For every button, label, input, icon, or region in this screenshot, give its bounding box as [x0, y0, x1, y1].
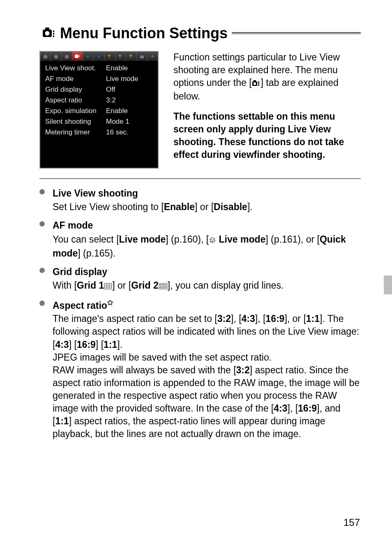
svg-rect-23 [129, 55, 132, 56]
menu-row-value: 16 sec. [106, 128, 153, 137]
menu-row: Expo. simulation Enable [40, 106, 158, 116]
menu-row-label: Expo. simulation [45, 107, 106, 115]
body-text: ]. [320, 313, 327, 324]
svg-rect-10 [65, 56, 69, 58]
body-bold: Disable [214, 201, 247, 212]
menu-row: AF mode Live mode [40, 74, 158, 84]
body-bold: 1:1 [55, 416, 69, 426]
svg-rect-8 [54, 56, 58, 58]
svg-rect-14 [79, 55, 80, 56]
bullet-af-mode: AF mode You can select [Live mode] (p.16… [39, 219, 361, 259]
menu-row-value: 3:2 [106, 96, 153, 104]
svg-rect-4 [53, 33, 54, 35]
bullet-marker-icon [39, 221, 45, 227]
body-bold: 3:2 [217, 313, 231, 324]
bullet-title: AF mode [53, 219, 361, 232]
page-title: Menu Function Settings [60, 25, 228, 42]
page-section-marker [384, 275, 392, 294]
menu-tab [115, 52, 126, 61]
menu-rows: Live View shoot. Enable AF mode Live mod… [40, 61, 158, 140]
bullet-grid-display: Grid display With [Grid 1] or [Grid 2], … [39, 266, 361, 293]
body-text: ] aspect ratios, the aspect-ratio lines … [53, 416, 325, 439]
body-text: ] (p.165). [78, 248, 115, 259]
svg-rect-21 [119, 55, 121, 56]
page-title-row: Menu Function Settings [39, 25, 361, 42]
svg-rect-29 [258, 81, 259, 83]
intro-paragraph-2: The functions settable on this menu scre… [173, 110, 361, 161]
star-icon: ✩ [107, 299, 113, 307]
bullet-title: Live View shooting [53, 187, 361, 200]
body-bold: 4:3 [242, 313, 255, 324]
menu-tab [105, 52, 115, 61]
menu-row-value: Live mode [106, 75, 153, 83]
bullet-live-view-shooting: Live View shooting Set Live View shootin… [39, 187, 361, 213]
svg-rect-3 [53, 30, 54, 32]
menu-row: Grid display Off [40, 84, 158, 95]
body-text: RAW images will always be saved with the… [53, 365, 236, 375]
bullet-aspect-ratio: Aspect ratio✩ The image's aspect ratio c… [39, 298, 361, 440]
menu-row-label: AF mode [45, 75, 106, 83]
svg-marker-17 [98, 55, 101, 58]
menu-row-label: Grid display [45, 86, 106, 94]
menu-row-value: Enable [106, 64, 153, 72]
menu-row: Aspect ratio 3:2 [40, 95, 158, 106]
body-text: ], you can display grid lines. [168, 280, 284, 291]
body-bold: 16:9 [77, 339, 96, 350]
intro-paragraph-1: Function settings particular to Live Vie… [173, 51, 361, 103]
svg-rect-27 [254, 80, 256, 82]
bullet-body: With [Grid 1] or [Grid 2], you can displ… [53, 279, 361, 293]
bullet-title: Aspect ratio✩ [53, 298, 361, 312]
menu-tab [137, 52, 148, 61]
body-text: The image's aspect ratio can be set to [ [53, 313, 217, 324]
svg-rect-6 [44, 56, 47, 58]
menu-row-label: Live View shoot. [45, 64, 106, 72]
svg-rect-24 [140, 56, 144, 58]
svg-rect-1 [45, 28, 49, 30]
body-text: ] [ [69, 339, 77, 350]
svg-rect-7 [45, 55, 46, 56]
body-bold: 4:3 [55, 339, 69, 350]
svg-rect-9 [55, 55, 57, 56]
svg-rect-30 [258, 83, 259, 84]
camera-lv-icon [252, 77, 261, 90]
svg-rect-5 [53, 35, 54, 37]
bullet-marker-icon [39, 301, 45, 306]
body-text: You can select [ [53, 234, 119, 245]
svg-point-32 [210, 238, 215, 243]
body-text: ]. [247, 201, 253, 212]
body-bold: 1:1 [306, 313, 320, 324]
page-number: 157 [344, 517, 360, 528]
grid-3x3-icon [104, 280, 112, 293]
svg-point-28 [253, 82, 256, 85]
svg-rect-31 [258, 85, 259, 86]
divider [39, 178, 361, 179]
body-text: With [ [53, 280, 77, 291]
svg-point-34 [213, 239, 214, 240]
svg-rect-11 [66, 55, 68, 56]
body-text: ]. [117, 339, 122, 350]
body-bold: 16:9 [298, 403, 317, 414]
menu-tab [94, 52, 104, 61]
camera-menu-icon [39, 26, 56, 40]
body-text: ] or [ [112, 280, 131, 291]
bullet-title-text: Aspect ratio [53, 300, 107, 310]
bullet-body: Set Live View shooting to [Enable] or [D… [53, 201, 361, 213]
camera-menu-screenshot: Live View shoot. Enable AF mode Live mod… [39, 51, 159, 169]
body-bold: Enable [164, 201, 195, 212]
body-text: ] (p.161), or [ [265, 234, 320, 245]
body-text: ], [ [231, 313, 242, 324]
body-text: ], or [ [284, 313, 306, 324]
menu-tab [126, 52, 137, 61]
body-text: JPEG images will be saved with the set a… [53, 352, 272, 363]
menu-row-label: Silent shooting [45, 118, 106, 126]
bullet-marker-icon [39, 268, 45, 273]
body-text: ], [ [255, 313, 266, 324]
menu-row: Live View shoot. Enable [40, 63, 158, 74]
menu-tab [148, 52, 158, 61]
menu-tab [51, 52, 62, 61]
svg-rect-35 [104, 283, 112, 289]
svg-point-2 [45, 31, 50, 36]
grid-6x4-icon [159, 280, 168, 293]
svg-point-33 [211, 239, 212, 240]
menu-row-label: Aspect ratio [45, 96, 106, 104]
